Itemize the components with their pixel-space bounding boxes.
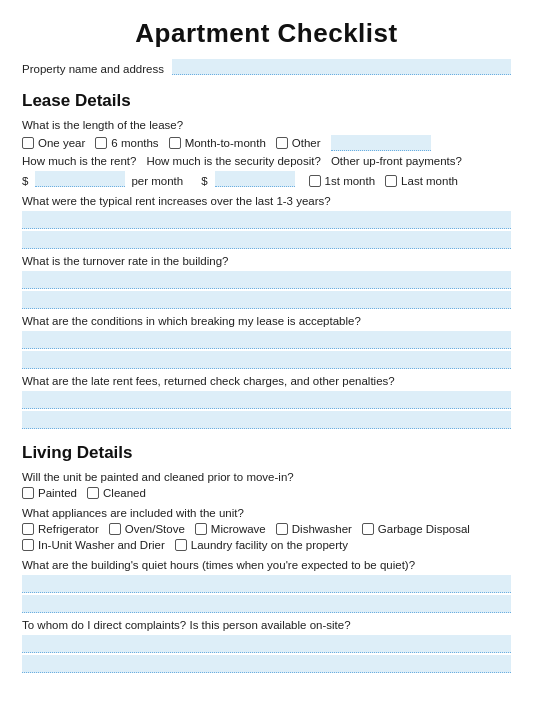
upfront-last-month[interactable]: Last month bbox=[385, 175, 458, 187]
painted-label: Painted bbox=[38, 487, 77, 499]
lease-option-6months-label: 6 months bbox=[111, 137, 158, 149]
upfront-options: 1st month Last month bbox=[309, 175, 458, 187]
appliance-microwave[interactable]: Microwave bbox=[195, 523, 266, 535]
lease-option-month-to-month[interactable]: Month-to-month bbox=[169, 137, 266, 149]
rent-deposit-row: How much is the rent? How much is the se… bbox=[22, 155, 511, 167]
complaints-answer-1 bbox=[22, 635, 511, 653]
checkbox-oven[interactable] bbox=[109, 523, 121, 535]
appliance-refrigerator[interactable]: Refrigerator bbox=[22, 523, 99, 535]
upfront-question: Other up-front payments? bbox=[331, 155, 462, 167]
rent-suffix: per month bbox=[131, 175, 183, 187]
appliance-microwave-label: Microwave bbox=[211, 523, 266, 535]
breaking-lease-question: What are the conditions in which breakin… bbox=[22, 315, 511, 327]
late-fees-answer-2 bbox=[22, 411, 511, 429]
appliance-laundry-facility-label: Laundry facility on the property bbox=[191, 539, 348, 551]
rent-increase-question: What were the typical rent increases ove… bbox=[22, 195, 511, 207]
rent-input-col: $ per month bbox=[22, 171, 187, 187]
checkbox-1st-month[interactable] bbox=[309, 175, 321, 187]
page-title: Apartment Checklist bbox=[22, 18, 511, 49]
breaking-answer-1 bbox=[22, 331, 511, 349]
checkbox-painted[interactable] bbox=[22, 487, 34, 499]
checkbox-one-year[interactable] bbox=[22, 137, 34, 149]
painted-option[interactable]: Painted bbox=[22, 487, 77, 499]
checkbox-washer-drier[interactable] bbox=[22, 539, 34, 551]
quiet-hours-answer-2 bbox=[22, 595, 511, 613]
turnover-answer-2 bbox=[22, 291, 511, 309]
appliance-dishwasher-label: Dishwasher bbox=[292, 523, 352, 535]
deposit-prefix: $ bbox=[201, 175, 207, 187]
late-fees-answer-1 bbox=[22, 391, 511, 409]
appliances-question: What appliances are included with the un… bbox=[22, 507, 511, 519]
checkbox-laundry-facility[interactable] bbox=[175, 539, 187, 551]
deposit-question: How much is the security deposit? bbox=[146, 155, 321, 167]
appliances-row-2: In-Unit Washer and Drier Laundry facilit… bbox=[22, 539, 511, 551]
living-section-title: Living Details bbox=[22, 443, 511, 463]
appliance-laundry-facility[interactable]: Laundry facility on the property bbox=[175, 539, 348, 551]
lease-other-input[interactable] bbox=[331, 135, 431, 151]
upfront-last-label: Last month bbox=[401, 175, 458, 187]
property-row: Property name and address bbox=[22, 59, 511, 75]
turnover-answer-1 bbox=[22, 271, 511, 289]
appliance-garbage-disposal[interactable]: Garbage Disposal bbox=[362, 523, 470, 535]
property-address-input[interactable] bbox=[172, 59, 511, 75]
complaints-answer-2 bbox=[22, 655, 511, 673]
rent-increase-answer-2 bbox=[22, 231, 511, 249]
rent-question: How much is the rent? bbox=[22, 155, 136, 167]
appliance-oven-label: Oven/Stove bbox=[125, 523, 185, 535]
checkbox-other[interactable] bbox=[276, 137, 288, 149]
lease-option-6months[interactable]: 6 months bbox=[95, 137, 158, 149]
quiet-hours-answer-1 bbox=[22, 575, 511, 593]
complaints-question: To whom do I direct complaints? Is this … bbox=[22, 619, 511, 631]
upfront-1st-label: 1st month bbox=[325, 175, 376, 187]
property-label: Property name and address bbox=[22, 63, 164, 75]
late-fees-question: What are the late rent fees, returned ch… bbox=[22, 375, 511, 387]
lease-option-one-year[interactable]: One year bbox=[22, 137, 85, 149]
rent-input[interactable] bbox=[35, 171, 125, 187]
appliance-garbage-disposal-label: Garbage Disposal bbox=[378, 523, 470, 535]
lease-option-month-to-month-label: Month-to-month bbox=[185, 137, 266, 149]
lease-option-other[interactable]: Other bbox=[276, 137, 321, 149]
rent-increase-answer-1 bbox=[22, 211, 511, 229]
appliance-washer-drier-label: In-Unit Washer and Drier bbox=[38, 539, 165, 551]
deposit-input-col: $ bbox=[201, 171, 294, 187]
checkbox-month-to-month[interactable] bbox=[169, 137, 181, 149]
appliance-dishwasher[interactable]: Dishwasher bbox=[276, 523, 352, 535]
checkbox-6months[interactable] bbox=[95, 137, 107, 149]
appliance-oven[interactable]: Oven/Stove bbox=[109, 523, 185, 535]
checkbox-garbage-disposal[interactable] bbox=[362, 523, 374, 535]
appliance-washer-drier[interactable]: In-Unit Washer and Drier bbox=[22, 539, 165, 551]
lease-section-title: Lease Details bbox=[22, 91, 511, 111]
deposit-input[interactable] bbox=[215, 171, 295, 187]
checkbox-microwave[interactable] bbox=[195, 523, 207, 535]
lease-option-other-label: Other bbox=[292, 137, 321, 149]
checkbox-last-month[interactable] bbox=[385, 175, 397, 187]
checkbox-refrigerator[interactable] bbox=[22, 523, 34, 535]
quiet-hours-question: What are the building's quiet hours (tim… bbox=[22, 559, 511, 571]
rent-col: How much is the rent? bbox=[22, 155, 140, 167]
upfront-1st-month[interactable]: 1st month bbox=[309, 175, 376, 187]
cleaned-label: Cleaned bbox=[103, 487, 146, 499]
lease-option-one-year-label: One year bbox=[38, 137, 85, 149]
upfront-col: Other up-front payments? bbox=[331, 155, 466, 167]
lease-length-options: One year 6 months Month-to-month Other bbox=[22, 135, 511, 151]
lease-length-question: What is the length of the lease? bbox=[22, 119, 511, 131]
breaking-answer-2 bbox=[22, 351, 511, 369]
appliances-row-1: Refrigerator Oven/Stove Microwave Dishwa… bbox=[22, 523, 511, 535]
appliance-refrigerator-label: Refrigerator bbox=[38, 523, 99, 535]
painted-options: Painted Cleaned bbox=[22, 487, 511, 499]
checkbox-dishwasher[interactable] bbox=[276, 523, 288, 535]
turnover-question: What is the turnover rate in the buildin… bbox=[22, 255, 511, 267]
cleaned-option[interactable]: Cleaned bbox=[87, 487, 146, 499]
deposit-col: How much is the security deposit? bbox=[146, 155, 325, 167]
rent-inputs-row: $ per month $ 1st month Last month bbox=[22, 171, 511, 187]
rent-prefix: $ bbox=[22, 175, 28, 187]
checkbox-cleaned[interactable] bbox=[87, 487, 99, 499]
painted-question: Will the unit be painted and cleaned pri… bbox=[22, 471, 511, 483]
